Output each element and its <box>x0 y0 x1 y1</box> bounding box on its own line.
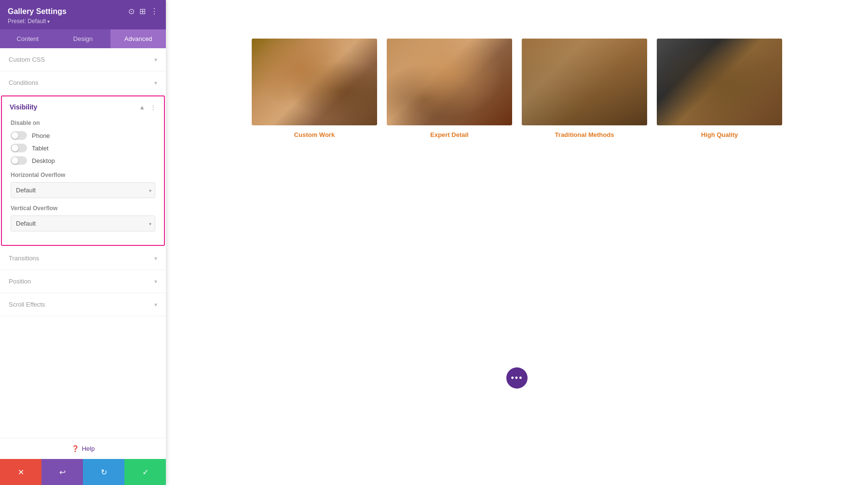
visibility-title: Visibility <box>10 103 37 111</box>
more-icon[interactable]: ⋮ <box>150 7 158 16</box>
undo-button[interactable]: ↩ <box>41 459 83 485</box>
position-label: Position <box>9 278 31 285</box>
toggle-tablet-row: Tablet <box>11 144 155 152</box>
floating-menu-icon: ••• <box>511 373 523 383</box>
tablet-toggle[interactable] <box>11 144 27 152</box>
phone-toggle-knob <box>12 132 18 139</box>
help-label: Help <box>82 445 95 452</box>
visibility-body: Disable on Phone Tablet <box>2 118 164 245</box>
conditions-chevron-icon: ▾ <box>154 80 157 86</box>
layout-icon[interactable]: ⊞ <box>139 7 146 16</box>
section-scroll-effects[interactable]: Scroll Effects ▾ <box>0 293 166 316</box>
horizontal-overflow-section: Horizontal Overflow Default Hidden Scrol… <box>11 172 155 198</box>
disable-on-label: Disable on <box>11 120 155 126</box>
vertical-overflow-label: Vertical Overflow <box>11 205 155 212</box>
gallery-image-2[interactable] <box>522 39 647 125</box>
gallery-item-1: Expert Detail <box>387 39 512 138</box>
preset-arrow-icon: ▾ <box>47 19 50 24</box>
desktop-toggle[interactable] <box>11 156 27 165</box>
visibility-more-icon[interactable]: ⋮ <box>150 104 156 111</box>
sidebar-title: Gallery Settings <box>8 7 67 16</box>
tablet-toggle-knob <box>12 145 18 151</box>
main-content: Custom Work Expert Detail Traditional Me… <box>166 0 868 485</box>
redo-icon: ↻ <box>101 468 107 477</box>
gallery-caption-2: Traditional Methods <box>555 131 614 138</box>
tab-design[interactable]: Design <box>55 29 111 48</box>
conditions-label: Conditions <box>9 79 38 86</box>
tablet-label: Tablet <box>32 145 49 152</box>
visibility-section: Visibility ▲ ⋮ Disable on Phone <box>1 95 165 246</box>
vertical-overflow-section: Vertical Overflow Default Hidden Scroll … <box>11 205 155 231</box>
gallery-image-0[interactable] <box>252 39 377 125</box>
visibility-header: Visibility ▲ ⋮ <box>2 96 164 118</box>
preset-label[interactable]: Preset: Default ▾ <box>8 18 158 25</box>
custom-css-chevron-icon: ▾ <box>154 56 157 63</box>
horizontal-overflow-select[interactable]: Default Hidden Scroll Auto <box>11 182 155 198</box>
transitions-chevron-icon: ▾ <box>154 255 157 262</box>
sidebar-tabs: Content Design Advanced <box>0 29 166 48</box>
visibility-collapse-icon[interactable]: ▲ <box>139 104 145 111</box>
gallery-caption-0: Custom Work <box>294 131 335 138</box>
gallery-item-0: Custom Work <box>252 39 377 138</box>
help-icon: ❓ <box>71 445 79 452</box>
sidebar: Gallery Settings ⊙ ⊞ ⋮ Preset: Default ▾… <box>0 0 166 485</box>
sidebar-header: Gallery Settings ⊙ ⊞ ⋮ Preset: Default ▾ <box>0 0 166 29</box>
help-link[interactable]: ❓ Help <box>7 445 159 452</box>
custom-css-label: Custom CSS <box>9 56 45 63</box>
header-icons: ⊙ ⊞ ⋮ <box>128 7 158 16</box>
section-transitions[interactable]: Transitions ▾ <box>0 247 166 270</box>
vertical-overflow-select[interactable]: Default Hidden Scroll Auto <box>11 216 155 231</box>
desktop-toggle-knob <box>12 157 18 164</box>
save-icon: ✓ <box>142 468 149 477</box>
scroll-effects-chevron-icon: ▾ <box>154 301 157 308</box>
gallery-image-3[interactable] <box>657 39 782 125</box>
action-bar: ✕ ↩ ↻ ✓ <box>0 459 166 485</box>
vertical-overflow-select-wrapper: Default Hidden Scroll Auto ▾ <box>11 216 155 231</box>
toggle-desktop-row: Desktop <box>11 156 155 165</box>
tab-advanced[interactable]: Advanced <box>110 29 166 48</box>
gallery-image-1[interactable] <box>387 39 512 125</box>
phone-toggle[interactable] <box>11 131 27 140</box>
section-position[interactable]: Position ▾ <box>0 270 166 293</box>
gallery-caption-1: Expert Detail <box>430 131 468 138</box>
gallery-caption-3: High Quality <box>701 131 738 138</box>
undo-icon: ↩ <box>59 468 66 477</box>
gallery-item-3: High Quality <box>657 39 782 138</box>
redo-button[interactable]: ↻ <box>83 459 124 485</box>
horizontal-overflow-label: Horizontal Overflow <box>11 172 155 178</box>
settings-icon[interactable]: ⊙ <box>128 7 135 16</box>
position-chevron-icon: ▾ <box>154 278 157 285</box>
scroll-effects-label: Scroll Effects <box>9 301 45 308</box>
save-button[interactable]: ✓ <box>124 459 166 485</box>
sidebar-content: Custom CSS ▾ Conditions ▾ Visibility ▲ ⋮… <box>0 48 166 438</box>
close-button[interactable]: ✕ <box>0 459 41 485</box>
visibility-header-icons: ▲ ⋮ <box>139 104 156 111</box>
section-custom-css[interactable]: Custom CSS ▾ <box>0 48 166 71</box>
close-icon: ✕ <box>18 468 24 477</box>
section-conditions[interactable]: Conditions ▾ <box>0 71 166 94</box>
toggle-phone-row: Phone <box>11 131 155 140</box>
tab-content[interactable]: Content <box>0 29 55 48</box>
transitions-label: Transitions <box>9 255 39 262</box>
sidebar-footer: ❓ Help <box>0 438 166 459</box>
floating-menu-button[interactable]: ••• <box>506 367 528 389</box>
gallery-item-2: Traditional Methods <box>522 39 647 138</box>
horizontal-overflow-select-wrapper: Default Hidden Scroll Auto ▾ <box>11 182 155 198</box>
phone-label: Phone <box>32 132 50 139</box>
desktop-label: Desktop <box>32 157 55 164</box>
gallery-grid: Custom Work Expert Detail Traditional Me… <box>232 39 801 138</box>
